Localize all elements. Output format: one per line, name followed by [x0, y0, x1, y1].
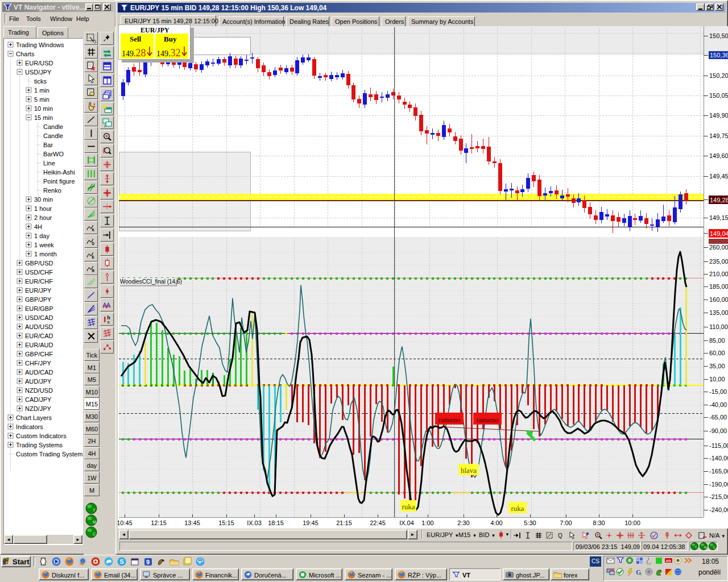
svg-text:1:00: 1:00	[421, 519, 433, 526]
svg-text:35,00: 35,00	[709, 363, 725, 369]
svg-text:K: K	[92, 228, 94, 232]
svg-text:-115,00: -115,00	[709, 442, 728, 449]
svg-text:ATI: ATI	[666, 559, 672, 563]
svg-text:AUD/JPY: AUD/JPY	[25, 378, 52, 385]
svg-text:NZD/JPY: NZD/JPY	[25, 405, 52, 412]
svg-text:IX.03: IX.03	[247, 519, 262, 526]
svg-text:rameno: rameno	[477, 415, 499, 424]
svg-text:Trading Windows: Trading Windows	[16, 41, 64, 48]
svg-text:Renko: Renko	[43, 187, 61, 194]
svg-text:C: C	[93, 532, 96, 536]
svg-text:AUD/USD: AUD/USD	[25, 323, 53, 330]
svg-text:8:30: 8:30	[593, 519, 605, 526]
svg-text:E: E	[92, 255, 94, 259]
svg-text:12:15: 12:15	[151, 519, 167, 526]
svg-text:M: M	[93, 520, 96, 524]
svg-text:rameno: rameno	[439, 415, 461, 424]
svg-text:Heikin-Ashi: Heikin-Ashi	[43, 169, 75, 176]
svg-text:GBP/JPY: GBP/JPY	[25, 296, 52, 303]
svg-text:e: e	[198, 559, 201, 565]
svg-text:149,90: 149,90	[709, 112, 728, 119]
svg-text:2:30: 2:30	[457, 519, 469, 526]
svg-text:235,00: 235,00	[709, 258, 728, 265]
svg-text:1 day: 1 day	[34, 232, 49, 239]
svg-text:1 hour: 1 hour	[34, 205, 52, 212]
svg-text:Point figure: Point figure	[43, 178, 75, 185]
svg-text:-165,00: -165,00	[709, 468, 728, 475]
svg-text:NZD/USD: NZD/USD	[25, 387, 53, 394]
svg-text:-240,00: -240,00	[709, 506, 728, 513]
svg-text:22:45: 22:45	[370, 519, 386, 526]
svg-text:BarWO: BarWO	[43, 151, 64, 157]
svg-text:Trading Systems: Trading Systems	[16, 442, 63, 448]
svg-text:149,45: 149,45	[709, 173, 728, 180]
svg-text:Chart Layers: Chart Layers	[16, 414, 52, 421]
svg-text:10:00: 10:00	[624, 519, 640, 526]
svg-text:7:00: 7:00	[560, 519, 572, 526]
svg-text:15:15: 15:15	[218, 519, 234, 526]
svg-text:18:15: 18:15	[268, 519, 284, 526]
svg-text:210,00: 210,00	[709, 271, 728, 277]
svg-text:Candle: Candle	[43, 123, 63, 130]
svg-text:10 min: 10 min	[34, 105, 53, 112]
svg-text:-190,00: -190,00	[709, 481, 728, 488]
svg-text:CHF/JPY: CHF/JPY	[25, 360, 52, 367]
svg-text:150,50: 150,50	[709, 32, 728, 39]
svg-text:EUR/JPY: EUR/JPY	[25, 287, 52, 294]
svg-text:WoodiesCCI_final (14,6): WoodiesCCI_final (14,6)	[120, 278, 182, 285]
svg-text:T: T	[695, 546, 697, 549]
svg-text:-215,00: -215,00	[709, 493, 728, 500]
svg-text:EUR/USD: EUR/USD	[25, 60, 53, 66]
svg-text:13:45: 13:45	[184, 519, 200, 526]
svg-text:Line: Line	[43, 160, 55, 167]
svg-text:-15,00: -15,00	[709, 388, 727, 395]
svg-text:160,00: 160,00	[709, 296, 728, 303]
svg-text:Bar: Bar	[43, 142, 53, 148]
svg-text:135,00: 135,00	[709, 309, 728, 316]
svg-text:-40,00: -40,00	[709, 401, 727, 408]
svg-text:Charts: Charts	[16, 51, 35, 57]
svg-text:150,20: 150,20	[709, 72, 728, 79]
svg-text:Custom Trading System: Custom Trading System	[16, 451, 82, 458]
svg-text:EUR/AUD: EUR/AUD	[25, 342, 53, 348]
svg-text:1 min: 1 min	[34, 87, 49, 94]
svg-text:Indicators: Indicators	[16, 423, 43, 430]
svg-text:Q: Q	[558, 533, 562, 539]
svg-text:1 month: 1 month	[34, 251, 57, 257]
svg-text:IX.04: IX.04	[399, 519, 414, 526]
svg-text:150,36: 150,36	[710, 52, 728, 59]
svg-text:USD/CAD: USD/CAD	[25, 314, 53, 321]
svg-text:149,15: 149,15	[709, 214, 728, 221]
svg-text:9: 9	[146, 559, 150, 566]
svg-text:AUD/CAD: AUD/CAD	[25, 369, 53, 376]
svg-text:Custom Indicators: Custom Indicators	[16, 433, 67, 439]
svg-text:hlava: hlava	[461, 466, 477, 475]
svg-text:2 hour: 2 hour	[34, 214, 52, 221]
svg-text:30 min: 30 min	[34, 196, 53, 203]
svg-text:10:45: 10:45	[118, 519, 133, 526]
svg-text:EUR/CAD: EUR/CAD	[25, 332, 53, 339]
svg-text:T: T	[93, 508, 96, 512]
svg-text:R: R	[92, 268, 94, 272]
svg-text:ruka: ruka	[402, 502, 415, 511]
svg-text:CAD/JPY: CAD/JPY	[25, 396, 52, 403]
svg-text:s: s	[640, 571, 642, 576]
svg-text:-90,00: -90,00	[709, 427, 727, 434]
svg-text:S: S	[120, 558, 124, 565]
svg-text:149,28: 149,28	[710, 197, 728, 203]
svg-text:GBP/USD: GBP/USD	[25, 260, 53, 267]
svg-text:USD/JPY: USD/JPY	[25, 69, 52, 76]
svg-text:1 week: 1 week	[34, 242, 54, 248]
svg-text:110,00: 110,00	[709, 323, 728, 330]
svg-text:M: M	[704, 546, 706, 549]
svg-text:21:15: 21:15	[336, 519, 352, 526]
svg-text:ticks: ticks	[34, 78, 47, 85]
svg-text:C: C	[713, 546, 715, 549]
svg-text:19:45: 19:45	[303, 519, 318, 526]
svg-text:USD/CHF: USD/CHF	[25, 269, 53, 276]
svg-text:4:00: 4:00	[490, 519, 502, 526]
svg-text:EUR/GBP: EUR/GBP	[25, 305, 53, 312]
svg-text:EUR/CHF: EUR/CHF	[25, 278, 53, 285]
svg-text:185,00: 185,00	[709, 283, 728, 290]
svg-text:85,00: 85,00	[709, 337, 725, 344]
